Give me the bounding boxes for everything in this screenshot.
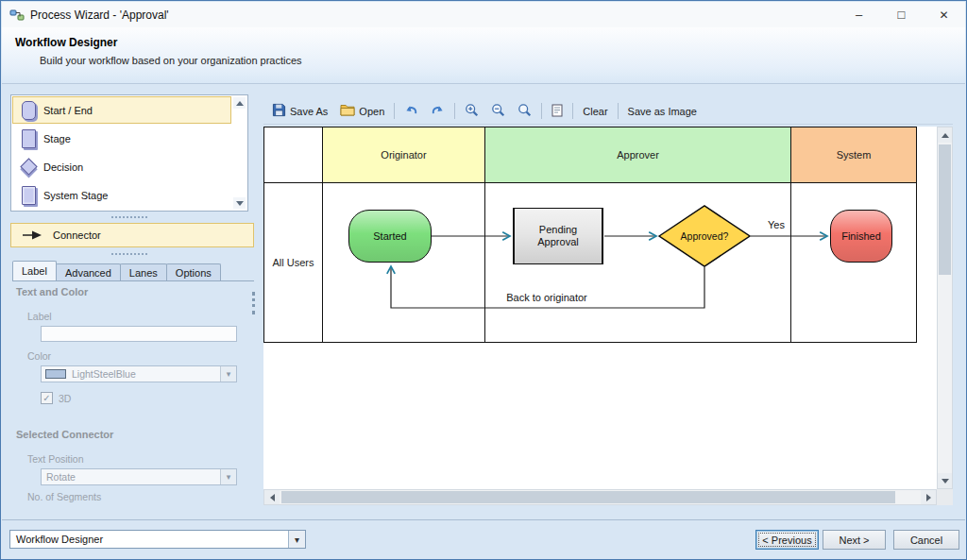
toolbar-separator (454, 103, 455, 119)
app-icon (9, 8, 25, 23)
scroll-right-icon[interactable] (921, 490, 936, 504)
scroll-down-icon[interactable] (938, 473, 952, 488)
process-wizard-window: Process Wizard - 'Approval' – □ ✕ Workfl… (0, 0, 967, 560)
node-started[interactable]: Started (348, 210, 432, 263)
diagram-canvas[interactable]: Originator Approver System All Users (263, 127, 937, 489)
undo-icon (404, 104, 418, 118)
magnifier-icon (517, 103, 532, 119)
vertical-scroll-thumb[interactable] (939, 144, 951, 275)
footer-bar: Workflow Designer < Previous Next > Canc… (2, 519, 965, 558)
color-swatch (45, 369, 66, 379)
toolbar-separator (618, 103, 619, 119)
palette-item-system-stage[interactable]: System Stage (12, 181, 231, 209)
edge-label-back-to-originator: Back to originator (500, 292, 594, 303)
stage-shape-icon (13, 129, 43, 148)
toolbar-separator (572, 103, 573, 119)
lane-body-originator (323, 183, 485, 342)
palette-item-decision[interactable]: Decision (12, 153, 231, 180)
open-button[interactable]: Open (337, 102, 387, 120)
3d-checkbox-row: 3D (41, 392, 71, 404)
clear-button[interactable]: Clear (580, 104, 610, 119)
tab-advanced[interactable]: Advanced (56, 263, 121, 280)
minimize-button[interactable]: – (838, 2, 880, 27)
zoom-in-button[interactable] (462, 101, 482, 121)
scrollbar-corner (937, 489, 953, 505)
edge-label-yes: Yes (768, 219, 785, 230)
section-selected-connector: Selected Connector (16, 429, 113, 440)
save-as-button[interactable]: Save As (269, 101, 331, 121)
floppy-disk-icon (272, 103, 286, 119)
node-pending-approval[interactable]: Pending Approval (513, 208, 603, 264)
section-text-and-color: Text and Color (16, 286, 88, 297)
window-title: Process Wizard - 'Approval' (30, 8, 169, 22)
swimlane-corner-cell (264, 127, 323, 182)
segments-caption: No. of Segments (27, 491, 101, 502)
panel-splitter[interactable] (252, 292, 255, 314)
close-button[interactable]: ✕ (923, 2, 965, 27)
vertical-scrollbar (937, 127, 953, 489)
palette-scroll-up-icon[interactable] (233, 97, 246, 109)
toolbar-separator (541, 103, 542, 119)
previous-button[interactable]: < Previous (755, 530, 819, 550)
palette-item-connector[interactable]: Connector (10, 223, 254, 247)
start-end-shape-icon (13, 101, 43, 120)
tab-options[interactable]: Options (166, 263, 221, 280)
view-selector-dropdown[interactable]: Workflow Designer (9, 530, 306, 549)
decision-shape-icon (13, 161, 43, 173)
lane-header-originator[interactable]: Originator (323, 127, 485, 182)
page-title: Workflow Designer (15, 36, 117, 49)
zoom-out-button[interactable] (488, 101, 508, 121)
print-preview-button[interactable] (549, 102, 566, 121)
palette-scroll-down-icon[interactable] (233, 197, 246, 209)
tab-lanes[interactable]: Lanes (120, 263, 167, 280)
undo-button[interactable] (401, 102, 421, 120)
connector-separator (111, 253, 147, 255)
text-position-caption: Text Position (27, 453, 84, 465)
palette-separator (111, 216, 147, 218)
label-field-caption: Label (27, 311, 52, 322)
label-input[interactable] (41, 326, 237, 342)
palette-item-stage[interactable]: Stage (12, 125, 231, 152)
connector-arrow-icon (11, 229, 53, 241)
property-tabs: Label Advanced Lanes Options (12, 262, 254, 281)
color-dropdown[interactable]: LightSteelBlue (41, 365, 237, 382)
shape-palette: Start / End Stage Decision System Stage (10, 94, 248, 212)
tab-label[interactable]: Label (12, 261, 57, 280)
folder-icon (340, 104, 355, 118)
canvas-toolbar: Save As Open (263, 98, 953, 125)
lane-header-system[interactable]: System (791, 127, 916, 182)
node-decision-label: Approved? (659, 230, 750, 242)
save-as-image-button[interactable]: Save as Image (625, 104, 700, 119)
chevron-down-icon (220, 366, 236, 382)
titlebar: Process Wizard - 'Approval' – □ ✕ (2, 2, 965, 27)
chevron-down-icon (220, 469, 236, 484)
toolbar-separator (394, 103, 395, 119)
row-label-all-users[interactable]: All Users (264, 183, 323, 342)
maximize-button[interactable]: □ (880, 2, 923, 27)
page-preview-icon (551, 104, 563, 119)
horizontal-scroll-thumb[interactable] (281, 491, 895, 503)
lane-body-system (791, 183, 916, 342)
horizontal-scrollbar (263, 489, 937, 505)
zoom-out-icon (491, 103, 505, 119)
redo-icon (431, 104, 445, 118)
scroll-left-icon[interactable] (264, 490, 280, 504)
zoom-reset-button[interactable] (515, 101, 534, 121)
next-button[interactable]: Next > (823, 530, 886, 550)
zoom-in-icon (465, 103, 479, 119)
scroll-up-icon[interactable] (938, 127, 952, 143)
redo-button[interactable] (428, 102, 448, 120)
3d-checkbox[interactable] (41, 392, 53, 404)
node-finished[interactable]: Finished (830, 210, 892, 263)
chevron-down-icon (288, 531, 305, 548)
page-subtitle: Build your workflow based on your organi… (40, 55, 302, 66)
lane-header-approver[interactable]: Approver (485, 127, 791, 182)
wizard-header: Workflow Designer Build your workflow ba… (2, 27, 965, 84)
system-stage-shape-icon (13, 186, 43, 205)
palette-item-start-end[interactable]: Start / End (12, 96, 231, 124)
color-field-caption: Color (27, 350, 51, 362)
cancel-button[interactable]: Cancel (893, 530, 959, 550)
text-position-dropdown[interactable]: Rotate (41, 468, 237, 485)
